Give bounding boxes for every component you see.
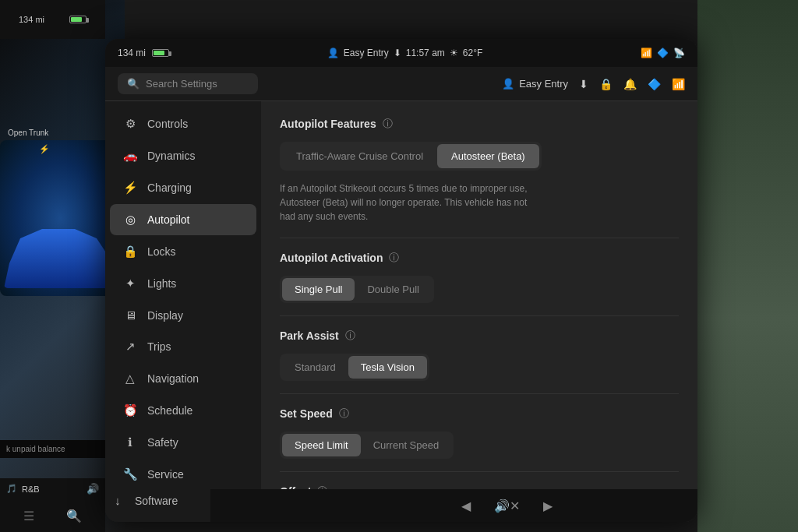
main-screen: 134 mi 👤 Easy Entry ⬇ 11:57 am ☀ 62°F 📶 … bbox=[105, 39, 697, 522]
service-label: Service bbox=[147, 468, 184, 481]
safety-label: Safety bbox=[147, 436, 178, 449]
set-speed-info-icon[interactable]: ⓘ bbox=[339, 407, 349, 421]
display-icon: 🖥 bbox=[122, 308, 138, 322]
activation-toggle-group: Single Pull Double Pull bbox=[280, 276, 434, 303]
content-area: ⚙ Controls 🚗 Dynamics ⚡ Charging ◎ Autop… bbox=[105, 101, 697, 522]
bluetooth-icon: 🔷 bbox=[657, 48, 669, 58]
trips-icon: ↗ bbox=[122, 340, 138, 354]
nav-icons: 👤 Easy Entry ⬇ 🔒 🔔 🔷 📶 bbox=[502, 78, 685, 90]
park-assist-header: Park Assist ⓘ bbox=[280, 329, 679, 343]
prev-icon[interactable]: ◀ bbox=[461, 499, 471, 513]
top-left-bar: 134 mi bbox=[0, 0, 105, 39]
car-shape bbox=[4, 226, 113, 288]
autopilot-description: If an Autopilot Strikeout occurs 5 times… bbox=[280, 181, 545, 224]
status-left: 134 mi bbox=[118, 48, 169, 58]
activation-info-icon[interactable]: ⓘ bbox=[389, 251, 399, 265]
features-header: Autopilot Features ⓘ bbox=[280, 117, 679, 131]
sidebar-item-autopilot[interactable]: ◎ Autopilot bbox=[110, 204, 256, 235]
car-visual: ⚡ bbox=[0, 140, 121, 296]
nav-download-icon[interactable]: ⬇ bbox=[579, 78, 588, 90]
sidebar-item-locks[interactable]: 🔒 Locks bbox=[110, 236, 256, 267]
battery-fill bbox=[71, 17, 82, 22]
set-speed-header: Set Speed ⓘ bbox=[280, 407, 679, 421]
standard-btn[interactable]: Standard bbox=[282, 356, 348, 379]
status-time: 11:57 am bbox=[406, 48, 445, 58]
mileage-display: 134 mi bbox=[19, 15, 44, 24]
tacc-btn[interactable]: Traffic-Aware Cruise Control bbox=[282, 144, 437, 168]
next-icon[interactable]: ▶ bbox=[543, 499, 553, 513]
map-background bbox=[697, 0, 798, 532]
safety-icon: ℹ bbox=[122, 435, 138, 449]
sidebar-item-trips[interactable]: ↗ Trips bbox=[110, 331, 256, 362]
status-battery bbox=[152, 49, 169, 57]
wifi-icon: 📶 bbox=[641, 48, 652, 58]
open-trunk-label[interactable]: Open Trunk bbox=[8, 129, 48, 137]
speed-limit-btn[interactable]: Speed Limit bbox=[282, 434, 361, 456]
music-icon: 🎵 bbox=[6, 484, 17, 494]
display-label: Display bbox=[147, 309, 183, 322]
divider-4 bbox=[280, 471, 679, 472]
set-speed-title: Set Speed bbox=[280, 407, 333, 420]
set-speed-toggle-group: Speed Limit Current Speed bbox=[280, 432, 454, 459]
charging-icon: ⚡ bbox=[122, 181, 138, 195]
nav-signal-icon[interactable]: 📶 bbox=[672, 78, 685, 90]
nav-user-icon: 👤 bbox=[502, 78, 514, 90]
schedule-label: Schedule bbox=[147, 404, 192, 417]
autopilot-icon: ◎ bbox=[122, 213, 138, 227]
sidebar: ⚙ Controls 🚗 Dynamics ⚡ Charging ◎ Autop… bbox=[105, 101, 261, 522]
driver-profile-text: Easy Entry bbox=[344, 48, 389, 58]
sidebar-item-lights[interactable]: ✦ Lights bbox=[110, 268, 256, 299]
status-temp: 62°F bbox=[463, 48, 482, 58]
service-icon: 🔧 bbox=[122, 467, 138, 481]
trips-label: Trips bbox=[147, 340, 171, 353]
single-pull-btn[interactable]: Single Pull bbox=[282, 278, 355, 301]
main-content: Autopilot Features ⓘ Traffic-Aware Cruis… bbox=[261, 101, 697, 522]
sidebar-item-service[interactable]: 🔧 Service bbox=[110, 459, 256, 490]
sidebar-item-schedule[interactable]: ⏰ Schedule bbox=[110, 395, 256, 426]
features-info-icon[interactable]: ⓘ bbox=[383, 117, 393, 131]
park-assist-info-icon[interactable]: ⓘ bbox=[345, 329, 355, 343]
search-box[interactable]: 🔍 Search Settings bbox=[118, 73, 258, 94]
park-assist-title: Park Assist bbox=[280, 329, 339, 342]
status-battery-fill bbox=[154, 51, 164, 55]
status-center: 👤 Easy Entry ⬇ 11:57 am ☀ 62°F bbox=[327, 48, 483, 58]
taskbar-search-icon[interactable]: 🔍 bbox=[66, 509, 82, 523]
mute-icon[interactable]: 🔊✕ bbox=[494, 499, 520, 513]
taskbar-menu-icon[interactable]: ☰ bbox=[23, 509, 34, 523]
tesla-vision-btn[interactable]: Tesla Vision bbox=[348, 356, 427, 379]
taskbar: ☰ 🔍 bbox=[0, 499, 105, 532]
software-icon: ↓ bbox=[110, 494, 125, 507]
status-mileage: 134 mi bbox=[118, 48, 146, 58]
current-speed-btn[interactable]: Current Speed bbox=[361, 434, 452, 456]
bottom-bar: ◀ 🔊✕ ▶ bbox=[210, 489, 697, 522]
battery-indicator bbox=[69, 16, 87, 23]
locks-label: Locks bbox=[147, 245, 176, 258]
locks-icon: 🔒 bbox=[122, 245, 138, 259]
search-placeholder: Search Settings bbox=[146, 78, 217, 90]
autosteer-btn[interactable]: Autosteer (Beta) bbox=[437, 144, 539, 168]
nav-lock-icon[interactable]: 🔒 bbox=[599, 78, 613, 90]
status-right: 📶 🔷 📡 bbox=[641, 48, 685, 58]
music-vol-icon[interactable]: 🔊 bbox=[87, 483, 99, 495]
divider-3 bbox=[280, 393, 679, 394]
music-bar: 🎵 R&B 🔊 bbox=[0, 478, 105, 499]
double-pull-btn[interactable]: Double Pull bbox=[355, 278, 432, 301]
features-toggle-group: Traffic-Aware Cruise Control Autosteer (… bbox=[280, 142, 542, 171]
unpaid-balance: k unpaid balance bbox=[0, 440, 105, 458]
controls-label: Controls bbox=[147, 118, 188, 130]
sidebar-item-display[interactable]: 🖥 Display bbox=[110, 300, 256, 330]
charging-label: Charging bbox=[147, 181, 192, 194]
software-label: Software bbox=[135, 495, 178, 507]
nav-bell-icon[interactable]: 🔔 bbox=[623, 78, 637, 90]
sidebar-item-safety[interactable]: ℹ Safety bbox=[110, 427, 256, 458]
status-bar: 134 mi 👤 Easy Entry ⬇ 11:57 am ☀ 62°F 📶 … bbox=[105, 39, 697, 67]
dynamics-icon: 🚗 bbox=[122, 149, 138, 163]
sidebar-item-controls[interactable]: ⚙ Controls bbox=[110, 108, 256, 139]
car-battery: ⚡ bbox=[39, 144, 50, 154]
nav-user-profile[interactable]: 👤 Easy Entry bbox=[502, 78, 568, 90]
sidebar-item-navigation[interactable]: △ Navigation bbox=[110, 363, 256, 394]
features-title: Autopilot Features bbox=[280, 118, 376, 130]
nav-bluetooth-icon[interactable]: 🔷 bbox=[648, 78, 661, 90]
sidebar-item-charging[interactable]: ⚡ Charging bbox=[110, 172, 256, 203]
sidebar-item-dynamics[interactable]: 🚗 Dynamics bbox=[110, 140, 256, 171]
